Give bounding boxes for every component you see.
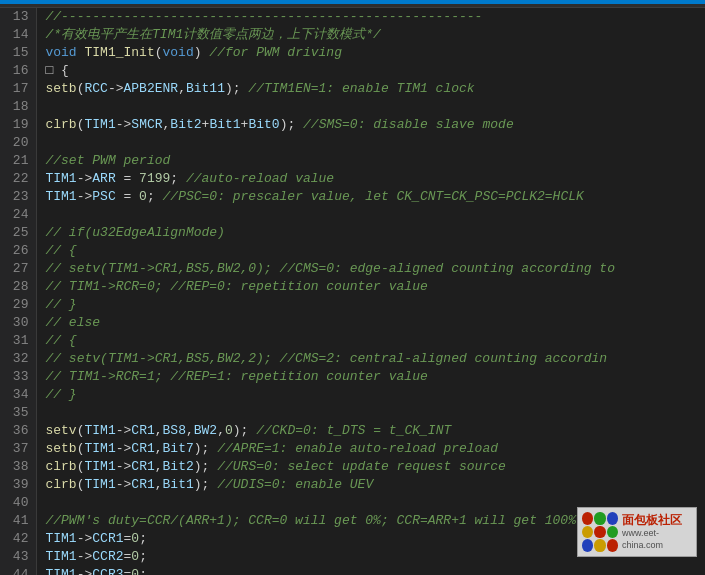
table-row: 29 // } [0, 296, 705, 314]
table-row: 13 //-----------------------------------… [0, 8, 705, 26]
code-text: CCR2 [92, 549, 123, 564]
line-content: TIM1->PSC = 0; //PSC=0: prescaler value,… [37, 188, 705, 206]
line-number: 36 [0, 422, 37, 440]
line-content: clrb(TIM1->SMCR,Bit2+Bit1+Bit0); //SMS=0… [37, 116, 705, 134]
line-number: 41 [0, 512, 37, 530]
wm-dot [594, 512, 605, 525]
code-text: // else [45, 315, 100, 330]
wm-dot [582, 512, 593, 525]
line-number: 16 [0, 62, 37, 80]
line-number: 30 [0, 314, 37, 332]
line-content [37, 404, 705, 422]
code-text: ( [77, 459, 85, 474]
code-text: TIM1 [85, 441, 116, 456]
watermark: 面包板社区 www.eet-china.com [577, 507, 697, 557]
table-row: 39 clrb(TIM1->CR1,Bit1); //UDIS=0: enabl… [0, 476, 705, 494]
code-text: TIM1 [45, 549, 76, 564]
code-text: // setv(TIM1->CR1,BS5,BW2,0); //CMS=0: e… [45, 261, 615, 276]
table-row: 23 TIM1->PSC = 0; //PSC=0: prescaler val… [0, 188, 705, 206]
table-row: 36 setv(TIM1->CR1,BS8,BW2,0); //CKD=0: t… [0, 422, 705, 440]
code-text: ; [147, 189, 163, 204]
line-content: // TIM1->RCR=1; //REP=1: repetition coun… [37, 368, 705, 386]
code-text: Bit0 [248, 117, 279, 132]
line-number: 23 [0, 188, 37, 206]
code-text: ) [194, 45, 210, 60]
table-row: 24 [0, 206, 705, 224]
line-content [37, 98, 705, 116]
line-number: 28 [0, 278, 37, 296]
line-content: setb(TIM1->CR1,Bit7); //APRE=1: enable a… [37, 440, 705, 458]
line-number: 17 [0, 80, 37, 98]
code-text: CCR1 [92, 531, 123, 546]
code-text: , [186, 423, 194, 438]
code-table: 13 //-----------------------------------… [0, 8, 705, 575]
line-content: // { [37, 332, 705, 350]
table-row: 44 TIM1->CCR3=0; [0, 566, 705, 575]
line-content: // TIM1->RCR=0; //REP=0: repetition coun… [37, 278, 705, 296]
watermark-logo [582, 512, 618, 552]
code-text: ( [77, 441, 85, 456]
code-text: TIM1 [85, 477, 116, 492]
code-text: // setv(TIM1->CR1,BS5,BW2,2); //CMS=2: c… [45, 351, 607, 366]
code-text: Bit1 [209, 117, 240, 132]
line-number: 18 [0, 98, 37, 116]
line-content [37, 134, 705, 152]
code-text: //auto-reload value [186, 171, 334, 186]
line-number: 29 [0, 296, 37, 314]
code-text: APB2ENR [124, 81, 179, 96]
code-text: Bit2 [170, 117, 201, 132]
code-text: ); [233, 423, 256, 438]
table-row: 34 // } [0, 386, 705, 404]
code-text: -> [77, 549, 93, 564]
code-text: // } [45, 297, 76, 312]
code-text: □ { [45, 63, 68, 78]
code-text: //UDIS=0: enable UEV [217, 477, 373, 492]
code-text: -> [77, 531, 93, 546]
code-text: 7199 [139, 171, 170, 186]
line-number: 43 [0, 548, 37, 566]
code-text: CR1 [131, 459, 154, 474]
code-text: //APRE=1: enable auto-reload preload [217, 441, 498, 456]
line-content: // { [37, 242, 705, 260]
code-text: Bit11 [186, 81, 225, 96]
wm-dot [607, 512, 618, 525]
code-text: void [45, 45, 84, 60]
line-content: // if(u32EdgeAlignMode) [37, 224, 705, 242]
code-text: ( [77, 117, 85, 132]
table-row: 21 //set PWM period [0, 152, 705, 170]
table-row: 20 [0, 134, 705, 152]
line-content: □ { [37, 62, 705, 80]
table-row: 27 // setv(TIM1->CR1,BS5,BW2,0); //CMS=0… [0, 260, 705, 278]
code-text: , [155, 459, 163, 474]
code-text: , [155, 423, 163, 438]
code-text: TIM1_Init [84, 45, 154, 60]
line-number: 24 [0, 206, 37, 224]
code-text: Bit1 [163, 477, 194, 492]
line-number: 15 [0, 44, 37, 62]
code-text: //CKD=0: t_DTS = t_CK_INT [256, 423, 451, 438]
code-text: clrb [45, 117, 76, 132]
line-content: // else [37, 314, 705, 332]
code-editor: 13 //-----------------------------------… [0, 0, 705, 575]
wm-dot [594, 539, 605, 552]
line-content: setv(TIM1->CR1,BS8,BW2,0); //CKD=0: t_DT… [37, 422, 705, 440]
line-number: 40 [0, 494, 37, 512]
code-text: CR1 [131, 423, 154, 438]
line-content: TIM1->CCR3=0; [37, 566, 705, 575]
code-text: Bit2 [163, 459, 194, 474]
code-text: 0 [131, 567, 139, 575]
table-row: 25 // if(u32EdgeAlignMode) [0, 224, 705, 242]
table-row: 32 // setv(TIM1->CR1,BS5,BW2,2); //CMS=2… [0, 350, 705, 368]
code-text: BW2 [194, 423, 217, 438]
code-text: = [116, 171, 139, 186]
code-text: -> [116, 459, 132, 474]
code-text: -> [116, 117, 132, 132]
line-number: 22 [0, 170, 37, 188]
line-content: void TIM1_Init(void) //for PWM driving [37, 44, 705, 62]
code-text: , [155, 477, 163, 492]
line-number: 35 [0, 404, 37, 422]
code-text: , [217, 423, 225, 438]
line-number: 20 [0, 134, 37, 152]
code-text: -> [116, 423, 132, 438]
wm-dot [607, 526, 618, 539]
